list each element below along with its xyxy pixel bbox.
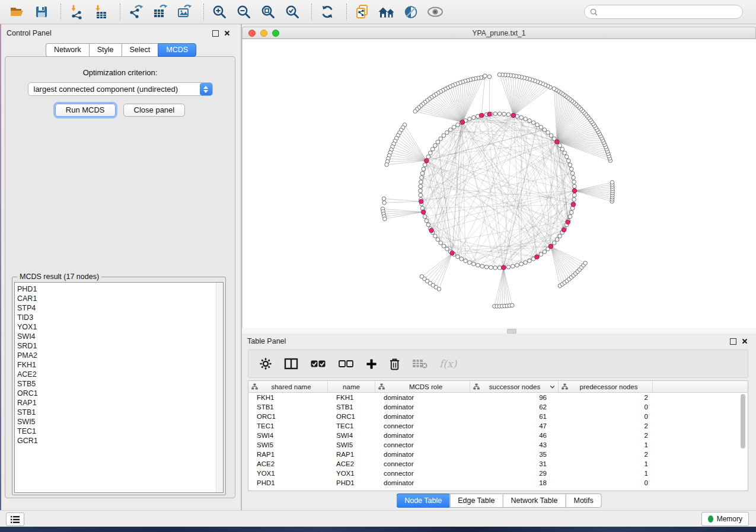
criterion-select[interactable]: largest connected component (undirected) [28, 82, 213, 96]
mcds-result-item[interactable]: GCR1 [17, 436, 223, 446]
network-window-title: YPA_prune.txt_1 [243, 29, 755, 37]
table-cell: ACE2 [248, 460, 328, 467]
table-panel-tabs: Node TableEdge TableNetwork TableMotifs [396, 493, 602, 508]
mcds-result-item[interactable]: ACE2 [17, 370, 223, 379]
run-mcds-button[interactable]: Run MCDS [55, 104, 116, 117]
float-panel-icon[interactable] [730, 338, 736, 345]
table-row[interactable]: RAP1RAP1dominator352 [248, 450, 748, 459]
clone-network-icon[interactable] [352, 2, 372, 22]
table-row[interactable]: SWI4SWI4dominator462 [248, 431, 748, 440]
unselect-all-columns-icon[interactable] [338, 360, 354, 368]
mcds-result-item[interactable]: STP4 [17, 303, 223, 313]
select-all-columns-icon[interactable] [310, 360, 326, 368]
network-canvas[interactable] [243, 39, 756, 328]
mcds-result-item[interactable]: PHD1 [17, 284, 223, 294]
close-panel-icon[interactable] [742, 338, 748, 344]
mcds-result-item[interactable]: PMA2 [17, 351, 223, 360]
control-panel-title: Control Panel [7, 29, 52, 37]
table-scrollbar[interactable] [739, 393, 747, 490]
table-row[interactable]: TEC1TEC1connector472 [248, 421, 748, 431]
table-cell: 29 [470, 470, 559, 477]
close-panel-icon[interactable] [224, 30, 230, 36]
search-box[interactable] [584, 5, 743, 19]
table-row[interactable]: ORC1ORC1dominator610 [248, 412, 748, 421]
tab-motifs[interactable]: Motifs [565, 493, 601, 508]
table-row[interactable]: FKH1FKH1dominator962 [248, 393, 748, 402]
table-cell: PHD1 [248, 479, 328, 486]
mcds-result-item[interactable]: SWI4 [17, 332, 223, 341]
table-cell: dominator [375, 403, 470, 411]
table-cell: 35 [470, 451, 559, 458]
main-toolbar [0, 0, 756, 24]
table-row[interactable]: STB1STB1dominator620 [248, 402, 748, 412]
import-table-icon[interactable] [91, 2, 111, 22]
tab-mcds[interactable]: MCDS [158, 43, 196, 57]
mcds-result-item[interactable]: STB1 [17, 408, 223, 417]
zoom-in-icon[interactable] [209, 2, 229, 22]
export-network-icon[interactable] [126, 2, 146, 22]
delete-columns-icon[interactable] [389, 358, 400, 370]
mcds-result-item[interactable]: SWI5 [17, 417, 223, 427]
tab-style[interactable]: Style [89, 43, 122, 57]
zoom-fit-icon[interactable] [258, 2, 278, 22]
close-panel-button[interactable]: Close panel [123, 104, 186, 117]
mcds-list-scrollbar[interactable] [216, 283, 223, 492]
table-cell: STB1 [328, 403, 375, 411]
create-column-icon[interactable] [366, 358, 377, 370]
show-column-panel-icon[interactable] [284, 357, 298, 370]
export-image-icon[interactable] [174, 2, 194, 22]
network-view[interactable] [242, 39, 756, 328]
table-row[interactable]: SWI5SWI5connector431 [248, 440, 748, 450]
horizontal-split-divider[interactable] [242, 328, 756, 334]
table-options-gear-icon[interactable] [259, 357, 272, 370]
task-history-button[interactable] [6, 512, 24, 526]
mcds-result-item[interactable]: ORC1 [17, 389, 223, 398]
birds-eye-view-icon[interactable] [377, 2, 397, 22]
table-scrollbar-thumb[interactable] [741, 394, 745, 448]
mcds-result-item[interactable]: YOX1 [17, 322, 223, 332]
network-window-titlebar[interactable]: YPA_prune.txt_1 [242, 27, 756, 39]
save-session-icon[interactable] [31, 2, 52, 22]
float-panel-icon[interactable] [212, 30, 219, 37]
column-header-MCDS-role[interactable]: MCDS role [375, 381, 470, 392]
table-row[interactable]: YOX1YOX1connector291 [248, 469, 748, 478]
export-table-icon[interactable] [150, 2, 170, 22]
mcds-result-item[interactable]: STB5 [17, 379, 223, 389]
table-cell: ORC1 [328, 413, 375, 420]
mcds-result-item[interactable]: CAR1 [17, 294, 223, 303]
table-row[interactable]: PHD1PHD1dominator180 [248, 478, 748, 488]
import-network-icon[interactable] [66, 2, 87, 22]
tab-select[interactable]: Select [122, 43, 158, 57]
mcds-result-item[interactable]: FKH1 [17, 360, 223, 370]
tab-edge-table[interactable]: Edge Table [449, 493, 502, 508]
tab-network[interactable]: Network [46, 43, 89, 57]
open-file-icon[interactable] [7, 2, 27, 22]
show-graphics-details-icon[interactable] [425, 2, 445, 22]
column-header-predecessor-nodes[interactable]: predecessor nodes [559, 381, 653, 392]
hide-graphics-details-icon[interactable] [401, 2, 421, 22]
split-handle-horizontal[interactable] [507, 329, 516, 334]
table-cell: 61 [470, 413, 559, 420]
tab-node-table[interactable]: Node Table [396, 493, 449, 508]
table-row[interactable]: ACE2ACE2connector311 [248, 459, 748, 469]
mcds-result-item[interactable]: TEC1 [17, 427, 223, 436]
function-builder-icon-disabled: f(x) [439, 358, 457, 370]
mcds-result-item[interactable]: TID3 [17, 313, 223, 322]
search-input[interactable] [598, 7, 737, 17]
column-header-successor-nodes[interactable]: successor nodes [470, 381, 559, 392]
zoom-out-icon[interactable] [234, 2, 254, 22]
apply-layout-icon[interactable] [317, 2, 337, 22]
memory-button[interactable]: Memory [701, 512, 749, 526]
zoom-selected-icon[interactable] [282, 2, 302, 22]
table-panel-title: Table Panel [247, 337, 286, 345]
mcds-result-item[interactable]: SRD1 [17, 341, 223, 351]
table-cell: SWI4 [328, 432, 375, 439]
toolbar-separator [60, 4, 62, 20]
table-cell: dominator [375, 394, 470, 401]
table-cell: 43 [470, 441, 559, 448]
column-header-shared-name[interactable]: shared name [248, 381, 328, 392]
column-header-name[interactable]: name [328, 381, 375, 392]
mcds-result-group: MCDS result (17 nodes) PHD1CAR1STP4TID3Y… [12, 277, 226, 495]
tab-network-table[interactable]: Network Table [503, 493, 566, 508]
mcds-result-item[interactable]: RAP1 [17, 398, 223, 408]
